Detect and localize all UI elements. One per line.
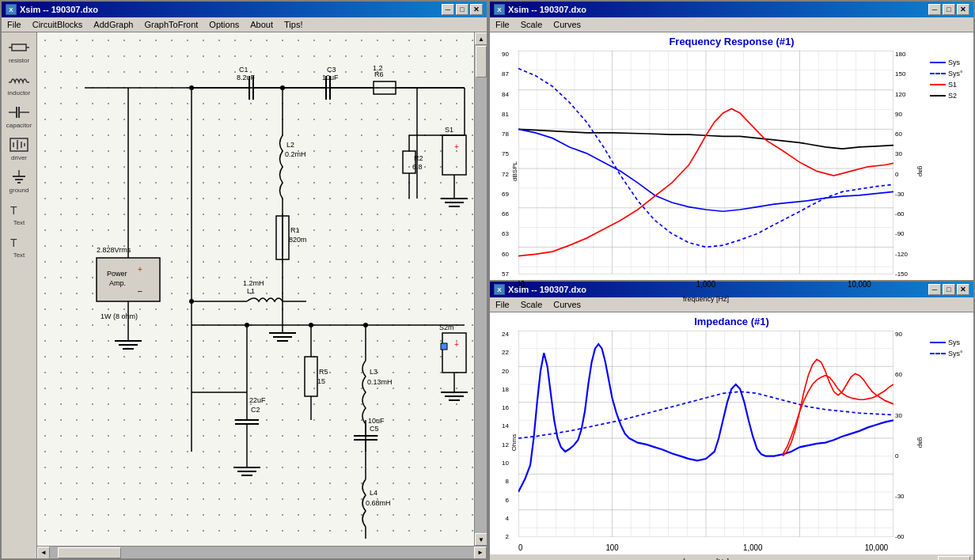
freq-graph-area: 90 87 84 81 78 75 72 69 66 63 60 57 dBSP… bbox=[493, 51, 970, 292]
svg-rect-100 bbox=[305, 357, 317, 396]
capacitor-icon bbox=[7, 104, 31, 121]
driver-icon bbox=[7, 135, 31, 154]
menu-tips[interactable]: Tips! bbox=[282, 19, 305, 30]
svg-point-141 bbox=[245, 323, 249, 327]
vertical-scrollbar[interactable]: ▲ ▼ bbox=[474, 32, 487, 546]
svg-point-140 bbox=[363, 323, 368, 327]
text1-icon: T bbox=[7, 201, 31, 218]
svg-point-137 bbox=[189, 85, 194, 90]
svg-text:R2: R2 bbox=[414, 154, 423, 162]
svg-text:6.8: 6.8 bbox=[412, 163, 423, 171]
maximize-btn[interactable]: □ bbox=[456, 4, 469, 15]
svg-text:L3: L3 bbox=[370, 368, 377, 376]
scroll-up-btn[interactable]: ▲ bbox=[475, 32, 487, 45]
toolbar-text1[interactable]: T Text bbox=[4, 198, 34, 229]
freq-menu-curves[interactable]: Curves bbox=[551, 19, 583, 30]
svg-text:1W (8 ohm): 1W (8 ohm) bbox=[101, 312, 138, 320]
svg-text:T: T bbox=[10, 204, 17, 217]
text2-icon: T bbox=[7, 233, 31, 251]
svg-text:1.2mH: 1.2mH bbox=[243, 279, 264, 287]
svg-point-138 bbox=[189, 299, 194, 304]
ground-icon bbox=[7, 168, 31, 186]
imp-hold-button[interactable]: Hold bbox=[938, 556, 970, 560]
svg-point-136 bbox=[280, 85, 285, 90]
svg-text:15: 15 bbox=[317, 377, 325, 385]
svg-text:C2: C2 bbox=[251, 406, 260, 414]
svg-text:L2: L2 bbox=[286, 141, 294, 149]
freq-minimize-btn[interactable]: ─ bbox=[928, 4, 941, 15]
svg-rect-54 bbox=[442, 135, 466, 175]
toolbar-inductor[interactable]: inductor bbox=[4, 68, 34, 99]
freq-x-axis-label: frequency [Hz] bbox=[518, 295, 893, 303]
svg-rect-21 bbox=[97, 258, 160, 301]
svg-text:1,000: 1,000 bbox=[696, 280, 716, 289]
imp-svg-container: 10 100 1,000 10,000 frequency [Hz] bbox=[518, 331, 893, 554]
svg-text:100: 100 bbox=[605, 543, 619, 551]
freq-menu-scale[interactable]: Scale bbox=[518, 19, 545, 30]
resistor-icon bbox=[7, 40, 31, 55]
imp-minimize-btn[interactable]: ─ bbox=[928, 284, 941, 295]
ground-label: ground bbox=[9, 187, 29, 194]
freq-menu-file[interactable]: File bbox=[493, 19, 512, 30]
circuit-editor-window: X Xsim -- 190307.dxo ─ □ ✕ File CircuitB… bbox=[0, 0, 488, 560]
svg-text:L4: L4 bbox=[370, 489, 377, 497]
toolbar-resistor[interactable]: resistor bbox=[4, 36, 34, 66]
scroll-right-btn[interactable]: ► bbox=[474, 547, 487, 559]
freq-graph-content: Frequency Response (#1) 90 87 84 81 78 7… bbox=[490, 32, 973, 292]
freq-menubar: File Scale Curves bbox=[490, 17, 973, 32]
freq-response-window: X Xsim -- 190307.dxo ─ □ ✕ File Scale Cu… bbox=[488, 0, 975, 280]
svg-text:S1: S1 bbox=[445, 126, 453, 134]
freq-y-right-axis: 180 150 120 90 60 30 0 -30 -60 -90 -120 … bbox=[893, 51, 916, 292]
toolbar-text2[interactable]: T Text bbox=[4, 230, 34, 261]
svg-text:Amp.: Amp. bbox=[109, 279, 126, 287]
imp-close-btn[interactable]: ✕ bbox=[957, 284, 969, 295]
imp-menu-file[interactable]: File bbox=[493, 299, 512, 310]
scroll-down-btn[interactable]: ▼ bbox=[475, 533, 487, 546]
menu-file[interactable]: File bbox=[5, 19, 24, 30]
freq-y-right-label: gap bbox=[917, 166, 924, 176]
svg-text:2.828Vrms: 2.828Vrms bbox=[97, 246, 131, 254]
svg-text:1,000: 1,000 bbox=[743, 543, 763, 551]
imp-window-icon: X bbox=[494, 284, 505, 295]
freq-maximize-btn[interactable]: □ bbox=[943, 4, 955, 15]
svg-text:+: + bbox=[454, 340, 459, 349]
imp-graph-title: Impedance (#1) bbox=[493, 316, 970, 327]
svg-text:0.68mH: 0.68mH bbox=[366, 499, 391, 507]
svg-text:L1: L1 bbox=[247, 287, 255, 295]
svg-text:R1: R1 bbox=[290, 226, 300, 234]
toolbar-ground[interactable]: ground bbox=[4, 165, 34, 196]
freq-legend: Sys Sys° S1 S2 bbox=[927, 51, 970, 292]
freq-window-icon: X bbox=[494, 4, 505, 15]
svg-text:22uF: 22uF bbox=[249, 396, 266, 404]
imp-graph-content: Impedance (#1) 24 22 20 18 16 14 12 10 8… bbox=[490, 312, 973, 554]
svg-text:820m: 820m bbox=[289, 236, 307, 244]
toolbar-capacitor[interactable]: capacitor bbox=[4, 100, 34, 131]
inductor-icon bbox=[7, 71, 31, 89]
svg-text:+: + bbox=[138, 265, 142, 274]
horizontal-scrollbar[interactable]: ◄ ► bbox=[37, 546, 487, 558]
menu-circuitblocks[interactable]: CircuitBlocks bbox=[30, 19, 85, 30]
svg-text:C5: C5 bbox=[370, 425, 379, 433]
svg-text:C3: C3 bbox=[327, 66, 336, 74]
legend-sys-line bbox=[930, 62, 946, 63]
svg-text:0.2mH: 0.2mH bbox=[285, 150, 306, 158]
imp-maximize-btn[interactable]: □ bbox=[943, 284, 955, 295]
menu-graphtofront[interactable]: GraphToFront bbox=[142, 19, 200, 30]
menu-addgraph[interactable]: AddGraph bbox=[91, 19, 135, 30]
imp-legend-sysdeg-line bbox=[930, 353, 946, 354]
menu-options[interactable]: Options bbox=[207, 19, 241, 30]
menu-about[interactable]: About bbox=[248, 19, 275, 30]
freq-close-btn[interactable]: ✕ bbox=[957, 4, 969, 15]
circuit-canvas[interactable]: Power Amp. + – 2.828Vrms 1W (8 ohm) bbox=[37, 32, 474, 546]
svg-text:10uF: 10uF bbox=[368, 417, 385, 425]
svg-text:S2m: S2m bbox=[439, 324, 454, 331]
legend-s2-line bbox=[930, 95, 946, 96]
scroll-left-btn[interactable]: ◄ bbox=[37, 547, 50, 559]
legend-s1-line bbox=[930, 84, 946, 85]
svg-text:+: + bbox=[454, 142, 459, 151]
freq-titlebar: X Xsim -- 190307.dxo ─ □ ✕ bbox=[490, 2, 973, 17]
toolbar-driver[interactable]: driver bbox=[4, 133, 34, 164]
text2-label: Text bbox=[13, 252, 25, 259]
minimize-btn[interactable]: ─ bbox=[442, 4, 454, 15]
close-btn[interactable]: ✕ bbox=[470, 4, 483, 15]
